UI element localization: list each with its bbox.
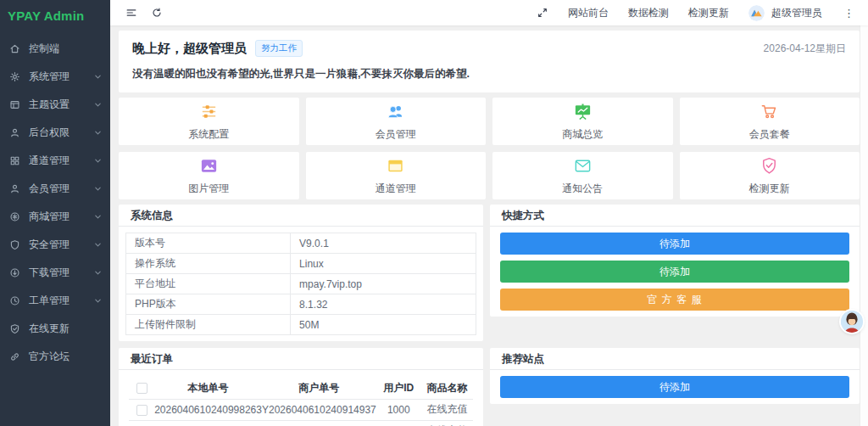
asterisk-circle-icon bbox=[9, 211, 21, 223]
sidebar-item-label: 会员管理 bbox=[29, 182, 70, 196]
column-header: 商户单号 bbox=[262, 378, 376, 399]
sidebar-item-label: 后台权限 bbox=[29, 126, 70, 140]
table-row: 上传附件限制50M bbox=[126, 315, 476, 335]
card-channel-manage[interactable]: 通道管理 bbox=[306, 152, 487, 199]
refresh-icon[interactable] bbox=[151, 7, 163, 19]
home-icon bbox=[9, 43, 21, 55]
sidebar-item-download[interactable]: 下载管理 bbox=[0, 259, 110, 287]
chart-board-icon bbox=[573, 102, 593, 125]
sidebar-item-ticket[interactable]: 工单管理 bbox=[0, 287, 110, 315]
user-icon bbox=[9, 183, 21, 195]
sidebar-item-label: 工单管理 bbox=[29, 294, 70, 308]
quick-action-button-1[interactable]: 待添加 bbox=[500, 233, 849, 255]
card-check-update[interactable]: 检测更新 bbox=[680, 152, 860, 199]
assistant-avatar[interactable] bbox=[841, 311, 863, 333]
sidebar: YPAY Admin 控制端 系统管理 主题设置 后台权限 bbox=[0, 0, 110, 426]
username: 超级管理员 bbox=[771, 6, 822, 20]
recent-orders-panel: 最近订单 本地单号 商户单号 用户ID 商品名称 bbox=[119, 348, 483, 426]
sidebar-item-update[interactable]: 在线更新 bbox=[0, 315, 110, 343]
recommended-sites-panel: 推荐站点 待添加 bbox=[490, 348, 860, 404]
system-info-panel: 系统信息 版本号V9.0.1 操作系统Linux 平台地址mpay.7vip.t… bbox=[119, 205, 483, 341]
link-check-update[interactable]: 检测更新 bbox=[688, 6, 729, 20]
sidebar-item-label: 官方论坛 bbox=[29, 350, 70, 364]
card-member-package[interactable]: 会员套餐 bbox=[680, 98, 860, 145]
gear-icon bbox=[9, 71, 21, 83]
official-support-button[interactable]: 官 方 客 服 bbox=[500, 289, 849, 311]
card-member-manage[interactable]: 会员管理 bbox=[306, 98, 487, 145]
recommended-site-button[interactable]: 待添加 bbox=[500, 376, 849, 398]
users-icon bbox=[386, 102, 405, 125]
sidebar-item-mall[interactable]: 商城管理 bbox=[0, 203, 110, 231]
select-all-checkbox[interactable] bbox=[136, 383, 147, 394]
sidebar-item-permission[interactable]: 后台权限 bbox=[0, 119, 110, 147]
user-avatar bbox=[748, 5, 765, 21]
chevron-down-icon bbox=[94, 297, 102, 305]
menu-collapse-icon[interactable] bbox=[125, 7, 137, 19]
card-notice[interactable]: 通知公告 bbox=[492, 152, 673, 199]
card-system-config[interactable]: 系统配置 bbox=[119, 98, 299, 145]
welcome-card: 晚上好，超级管理员 努力工作 没有温暖的阳也没有希望的光,世界只是一片狼藉,不要… bbox=[119, 31, 860, 92]
quick-action-button-2[interactable]: 待添加 bbox=[500, 261, 849, 283]
vertical-scrollbar[interactable] bbox=[860, 25, 868, 426]
sidebar-item-label: 在线更新 bbox=[29, 322, 70, 336]
panel-title: 快捷方式 bbox=[490, 205, 860, 227]
sidebar-item-console[interactable]: 控制端 bbox=[0, 35, 110, 63]
user-menu[interactable]: 超级管理员 bbox=[748, 5, 822, 21]
layout-icon bbox=[9, 99, 21, 111]
grid-icon bbox=[9, 155, 21, 167]
cart-icon bbox=[760, 102, 779, 125]
card-image-manage[interactable]: 图片管理 bbox=[119, 152, 299, 199]
table-row: 平台地址mpay.7vip.top bbox=[126, 274, 476, 294]
panel-title: 系统信息 bbox=[119, 205, 483, 227]
orders-table: 本地单号 商户单号 用户ID 商品名称 2026040610240998263 bbox=[129, 378, 473, 426]
brand-logo: YPAY Admin bbox=[0, 0, 110, 26]
sidebar-item-theme[interactable]: 主题设置 bbox=[0, 91, 110, 119]
shield-check-icon bbox=[9, 323, 21, 335]
main-area: 网站前台 数据检测 检测更新 超级管理员 ⋮ 晚上好，超级管理员 努力工作 没有… bbox=[110, 0, 868, 426]
chevron-down-icon bbox=[94, 157, 102, 165]
sidebar-item-forum[interactable]: 官方论坛 bbox=[0, 343, 110, 371]
current-date: 2026-04-12星期日 bbox=[764, 42, 846, 56]
column-header: 本地单号 bbox=[154, 378, 262, 399]
row-checkbox[interactable] bbox=[136, 405, 147, 416]
topbar: 网站前台 数据检测 检测更新 超级管理员 ⋮ bbox=[110, 0, 868, 25]
system-info-table: 版本号V9.0.1 操作系统Linux 平台地址mpay.7vip.top PH… bbox=[125, 233, 476, 335]
table-row: 版本号V9.0.1 bbox=[126, 233, 476, 254]
download-circle-icon bbox=[9, 267, 21, 279]
sidebar-item-label: 下载管理 bbox=[29, 266, 70, 280]
sidebar-item-member[interactable]: 会员管理 bbox=[0, 175, 110, 203]
clock-icon bbox=[9, 295, 21, 307]
sidebar-item-label: 安全管理 bbox=[29, 238, 70, 252]
table-row: PHP版本8.1.32 bbox=[126, 294, 476, 315]
sidebar-item-label: 控制端 bbox=[29, 42, 59, 56]
shortcut-grid: 系统配置 会员管理 商城总览 会员套餐 图片管理 bbox=[119, 98, 860, 199]
greeting-text: 晚上好，超级管理员 bbox=[132, 41, 247, 57]
quick-actions-panel: 快捷方式 待添加 待添加 官 方 客 服 bbox=[490, 205, 860, 317]
sidebar-item-channel[interactable]: 通道管理 bbox=[0, 147, 110, 175]
chevron-down-icon bbox=[94, 269, 102, 277]
sidebar-item-system[interactable]: 系统管理 bbox=[0, 63, 110, 91]
link-data-check[interactable]: 数据检测 bbox=[628, 6, 669, 20]
chevron-down-icon bbox=[94, 129, 102, 137]
table-row: 2026040610240998263 Y2026040610240914937… bbox=[129, 399, 473, 420]
shield-check-icon bbox=[760, 156, 779, 179]
chevron-down-icon bbox=[94, 101, 102, 109]
table-row: 操作系统Linux bbox=[126, 254, 476, 274]
chevron-down-icon bbox=[94, 241, 102, 249]
fullscreen-icon[interactable] bbox=[537, 7, 548, 19]
sidebar-item-label: 商城管理 bbox=[29, 210, 70, 224]
card-mall-overview[interactable]: 商城总览 bbox=[492, 98, 673, 145]
column-header: 用户ID bbox=[376, 378, 421, 399]
chevron-down-icon bbox=[94, 213, 102, 221]
sidebar-item-security[interactable]: 安全管理 bbox=[0, 231, 110, 259]
app-root: YPAY Admin 控制端 系统管理 主题设置 后台权限 bbox=[0, 0, 868, 426]
chevron-down-icon bbox=[94, 185, 102, 193]
image-icon bbox=[199, 156, 219, 179]
user-icon bbox=[9, 127, 21, 139]
column-header: 商品名称 bbox=[421, 378, 473, 399]
more-dots-icon[interactable]: ⋮ bbox=[842, 7, 856, 20]
shield-icon bbox=[9, 239, 21, 251]
work-badge: 努力工作 bbox=[255, 40, 303, 57]
link-site-front[interactable]: 网站前台 bbox=[568, 6, 609, 20]
dashboard-content: 晚上好，超级管理员 努力工作 没有温暖的阳也没有希望的光,世界只是一片狼藉,不要… bbox=[110, 25, 860, 426]
